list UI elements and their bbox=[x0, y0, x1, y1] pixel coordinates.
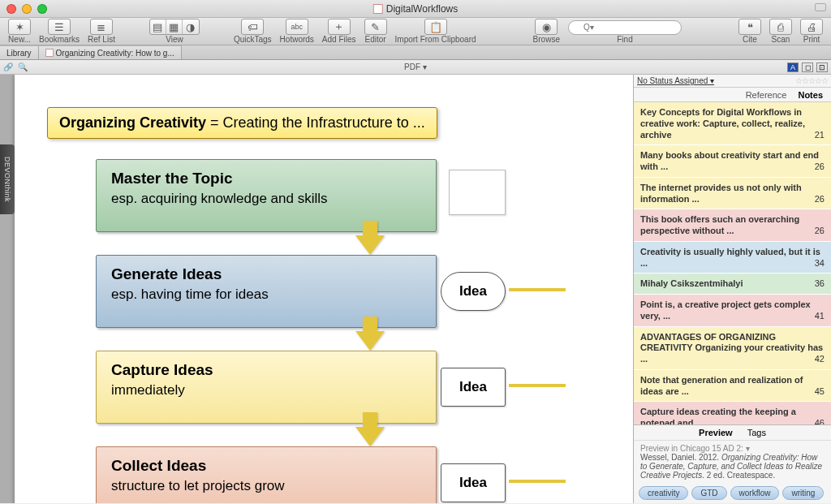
pdf-viewport[interactable]: Organizing Creativity = Creating the Inf… bbox=[0, 75, 633, 503]
view-segment[interactable]: ▤▦◑ View bbox=[146, 19, 203, 44]
close-icon[interactable] bbox=[6, 4, 16, 14]
chart-title: Organizing Creativity = Creating the Inf… bbox=[47, 107, 437, 139]
idea-node: Idea bbox=[441, 368, 506, 407]
note-item[interactable]: The internet provides us not only with i… bbox=[634, 178, 831, 210]
browse-button[interactable]: ◉Browse bbox=[530, 19, 563, 44]
quicktags-button[interactable]: 🏷QuickTags bbox=[230, 19, 275, 44]
scan-button[interactable]: ⎙Scan bbox=[766, 19, 795, 44]
document-icon bbox=[373, 4, 383, 14]
flow-step: Collect Ideasstructure to let projects g… bbox=[96, 446, 437, 503]
tag-pill[interactable]: workflow bbox=[730, 486, 780, 500]
note-item[interactable]: Key Concepts for Digital Workflows in cr… bbox=[634, 102, 831, 145]
pdf-page: Organizing Creativity = Creating the Inf… bbox=[15, 75, 633, 503]
tab-document[interactable]: Organizing Creativity: How to g... bbox=[39, 45, 182, 59]
cite-button[interactable]: ❝Cite bbox=[735, 19, 764, 44]
new-button[interactable]: ✶New... bbox=[5, 19, 34, 44]
tab-tags[interactable]: Tags bbox=[747, 428, 766, 437]
annotation-mode-crop[interactable]: ⊡ bbox=[816, 62, 828, 72]
view-mode-dropdown[interactable]: PDF ▾ bbox=[404, 62, 427, 71]
hotwords-button[interactable]: abcHotwords bbox=[277, 19, 317, 44]
link-icon[interactable]: 🔗 bbox=[3, 62, 13, 72]
note-item[interactable]: This book offers such an overarching per… bbox=[634, 209, 831, 242]
notes-list[interactable]: Key Concepts for Digital Workflows in cr… bbox=[634, 102, 831, 424]
note-item[interactable]: Note that generation and realization of … bbox=[634, 370, 831, 403]
arrow-down-icon bbox=[355, 427, 385, 446]
note-item[interactable]: Many books about creativity start and en… bbox=[634, 145, 831, 178]
tag-pill[interactable]: creativity bbox=[639, 486, 688, 500]
tab-notes[interactable]: Notes bbox=[798, 90, 823, 100]
chart-thumb-icon bbox=[449, 170, 506, 215]
window-controls bbox=[6, 4, 47, 14]
document-icon bbox=[45, 49, 54, 57]
fullscreen-icon[interactable] bbox=[815, 3, 826, 11]
sub-toolbar: 🔗 🔍 PDF ▾ A ◻ ⊡ bbox=[0, 60, 831, 75]
citation-text: Wessel, Daniel. 2012. Organizing Creativ… bbox=[640, 453, 825, 480]
citation-format[interactable]: Preview in Chicago 15 AD 2: ▾ bbox=[640, 444, 825, 453]
idea-node: Idea bbox=[441, 272, 506, 311]
flow-step: Capture IdeasimmediatelyIdea bbox=[96, 351, 437, 424]
note-item[interactable]: Mihaly Csikszentmihalyi36 bbox=[634, 274, 831, 295]
minimize-icon[interactable] bbox=[22, 4, 32, 14]
tab-library[interactable]: Library bbox=[0, 45, 39, 59]
rating-stars[interactable]: ☆☆☆☆☆ bbox=[795, 76, 828, 85]
print-button[interactable]: 🖨Print bbox=[797, 19, 826, 44]
bookmarks-button[interactable]: ☰Bookmarks bbox=[36, 19, 83, 44]
tab-preview[interactable]: Preview bbox=[699, 428, 733, 437]
note-item[interactable]: ADVANTAGES OF ORGANIZING CREATIVITY Orga… bbox=[634, 327, 831, 370]
tab-reference[interactable]: Reference bbox=[746, 90, 787, 100]
notes-sidebar: No Status Assigned ▾ ☆☆☆☆☆ Reference Not… bbox=[633, 75, 831, 503]
annotation-mode-a[interactable]: A bbox=[787, 62, 799, 72]
tag-pill[interactable]: GTD bbox=[691, 486, 726, 500]
idea-node: Idea bbox=[441, 463, 506, 502]
annotation-mode-box[interactable]: ◻ bbox=[802, 62, 813, 72]
devonthink-sidetab[interactable]: DEVONthink bbox=[0, 144, 15, 214]
status-dropdown[interactable]: No Status Assigned ▾ bbox=[637, 76, 714, 85]
flow-step: Master the Topicesp. acquiring knowledge… bbox=[96, 159, 437, 232]
zoom-icon[interactable] bbox=[37, 4, 47, 14]
note-item[interactable]: Capture ideas creating the keeping a not… bbox=[634, 402, 831, 424]
note-item[interactable]: Point is, a creative project gets comple… bbox=[634, 295, 831, 327]
import-clipboard-button[interactable]: 📋Import From Clipboard bbox=[392, 19, 480, 44]
main-toolbar: ✶New... ☰Bookmarks ≣Ref List ▤▦◑ View 🏷Q… bbox=[0, 18, 831, 45]
window-title: DigitalWorkflows bbox=[373, 3, 458, 15]
tag-row: creativityGTDworkflowwriting bbox=[634, 483, 831, 503]
arrow-down-icon bbox=[355, 331, 385, 351]
arrow-down-icon bbox=[355, 235, 385, 255]
search-icon[interactable]: 🔍 bbox=[18, 62, 28, 72]
editor-button[interactable]: ✎Editor bbox=[361, 19, 390, 44]
tag-pill[interactable]: writing bbox=[782, 486, 824, 500]
addfiles-button[interactable]: ＋Add Files bbox=[319, 19, 360, 44]
document-tabs: Library Organizing Creativity: How to g.… bbox=[0, 45, 831, 60]
reflist-button[interactable]: ≣Ref List bbox=[84, 19, 118, 44]
titlebar: DigitalWorkflows bbox=[0, 0, 831, 18]
flow-step: Generate Ideasesp. having time for ideas… bbox=[96, 255, 437, 328]
find-field[interactable]: Find bbox=[565, 19, 685, 44]
search-input[interactable] bbox=[568, 20, 682, 35]
note-item[interactable]: Creativity is usually highly valued, but… bbox=[634, 242, 831, 274]
